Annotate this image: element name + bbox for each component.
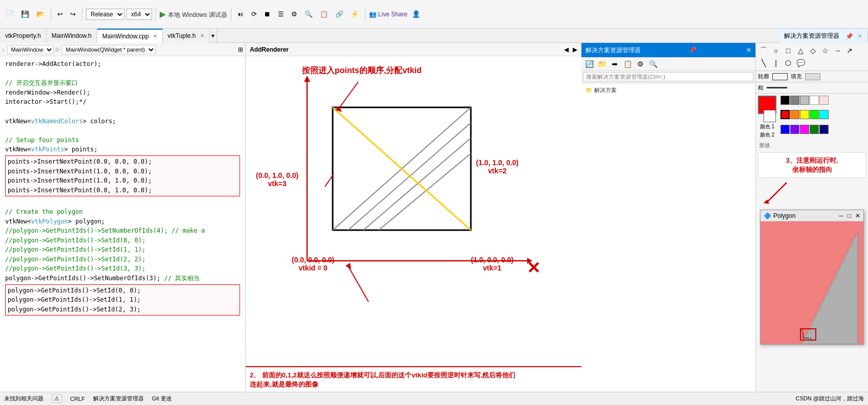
color-swatch-red[interactable] bbox=[780, 110, 790, 119]
nav-btn-left[interactable]: ◀ bbox=[564, 46, 569, 53]
shape-btn-arrow-r[interactable]: → bbox=[832, 45, 843, 56]
open-button[interactable]: 📂 bbox=[34, 9, 47, 19]
tab-close-solution[interactable]: ✕ bbox=[857, 33, 862, 40]
solution-btn-5[interactable]: ⚙ bbox=[635, 58, 646, 70]
shape-btn-line-diag[interactable]: ╲ bbox=[758, 57, 769, 69]
color-swatch-yellow[interactable] bbox=[800, 110, 809, 119]
color-grid bbox=[780, 96, 829, 139]
code-line: points->InsertNextPoint(0.0, 0.0, 0.0); bbox=[8, 157, 237, 167]
solution-btn-6[interactable]: 🔍 bbox=[647, 58, 659, 70]
color-swatch-white[interactable] bbox=[810, 96, 819, 105]
split-editor-btn[interactable]: ⊞ bbox=[238, 46, 243, 53]
run-button[interactable]: ▶ 本地 Windows 调试器 bbox=[160, 9, 227, 19]
code-line: polygon->GetPointIds()->SetId(1, 1); bbox=[8, 295, 237, 305]
color-swatch-lightpink[interactable] bbox=[819, 96, 829, 105]
color-swatch-blue[interactable] bbox=[780, 125, 790, 134]
tab-pin-icon[interactable]: 📌 bbox=[845, 33, 853, 40]
credit-text: CSDN @踏过山河，踏过海 bbox=[796, 395, 864, 402]
shape-btn-curve[interactable]: ⌒ bbox=[758, 45, 769, 56]
toolbar-btn-8[interactable]: 🔗 bbox=[333, 9, 346, 19]
annotation-coord3: (0.0, 0.0, 0.0) vtkid = 0 bbox=[292, 256, 334, 272]
color-swatch-gray[interactable] bbox=[790, 96, 799, 105]
solution-search-input[interactable] bbox=[583, 72, 753, 81]
polygon-maximize-btn[interactable]: □ bbox=[848, 212, 851, 219]
config-select[interactable]: Release bbox=[86, 9, 124, 20]
solution-btn-2[interactable]: 📁 bbox=[596, 58, 607, 70]
sep2 bbox=[82, 7, 82, 21]
solution-pin-btn[interactable]: 📌 bbox=[689, 47, 697, 54]
warning-btn[interactable]: ⚠ bbox=[52, 394, 62, 403]
code-line: //polygon->GetPointIds()->SetId(2, 2); bbox=[5, 255, 240, 264]
solution-btn-4[interactable]: 📋 bbox=[622, 58, 633, 70]
solution-explorer-header: 解决方案资源管理器 📌 ✕ bbox=[581, 43, 755, 57]
bottom-annotation-2: 2、 前面的0,1,2就这么按照顺便递增就可以,后面的这个vtkid要按照逆时针… bbox=[250, 371, 577, 380]
polygon-close-btn[interactable]: ✕ bbox=[855, 212, 860, 219]
solution-tree-item[interactable]: 📁 解决方案 bbox=[583, 85, 753, 95]
tab-mainwindow-cpp[interactable]: MainWindow.cpp ✕ bbox=[97, 29, 163, 43]
color-swatch-darkgreen[interactable] bbox=[810, 125, 819, 134]
annotation-coord1: (0.0, 1.0, 0.0) vtk=3 bbox=[256, 171, 298, 188]
tab-close-button[interactable]: ✕ bbox=[153, 33, 157, 39]
toolbar-btn-7[interactable]: 📋 bbox=[317, 9, 331, 19]
shape-btn-hexagon[interactable]: ⬡ bbox=[783, 57, 794, 69]
toolbar-btn-1[interactable]: ⏯ bbox=[235, 9, 247, 19]
fill-preview bbox=[805, 73, 820, 80]
x-symbol: ✕ bbox=[527, 258, 540, 278]
platform-select[interactable]: x64 bbox=[126, 9, 152, 20]
bottom-annotation-bar: 2、 前面的0,1,2就这么按照顺便递增就可以,后面的这个vtkid要按照逆时针… bbox=[246, 366, 581, 392]
active-color-2[interactable] bbox=[764, 110, 776, 122]
color-swatch-cyan[interactable] bbox=[819, 110, 829, 119]
class-selector[interactable]: MainWindow bbox=[7, 45, 54, 54]
toolbar-btn-9[interactable]: ⚡ bbox=[348, 9, 361, 19]
solution-btn-3[interactable]: ➡ bbox=[609, 58, 620, 70]
code-line: // Create the polygon bbox=[5, 207, 240, 217]
outline-preview bbox=[772, 73, 788, 80]
solution-btn-1[interactable]: 🔃 bbox=[583, 58, 595, 70]
toolbar-btn-3[interactable]: ⏹ bbox=[262, 9, 273, 19]
color-swatch-magenta[interactable] bbox=[800, 125, 809, 134]
shape-btn-diamond[interactable]: ◇ bbox=[807, 45, 818, 56]
shape-btn-line-v[interactable]: | bbox=[770, 57, 782, 69]
tab-overflow-btn[interactable]: ▾ bbox=[210, 29, 217, 43]
solution-close-btn[interactable]: ✕ bbox=[746, 47, 751, 54]
tab-mainwindow-h[interactable]: MainWindow.h bbox=[47, 29, 97, 43]
color-swatch-purple[interactable] bbox=[790, 125, 799, 134]
method-selector[interactable]: MainWindow(QWidget * parent) bbox=[62, 45, 156, 54]
color-swatch-green[interactable] bbox=[810, 110, 819, 119]
tab-label: vtkProperty.h bbox=[5, 32, 41, 39]
vtk3-text: vtk=3 bbox=[256, 179, 298, 188]
save-button[interactable]: 💾 bbox=[18, 9, 32, 19]
shape-btn-triangle[interactable]: △ bbox=[795, 45, 806, 56]
redo-button[interactable]: ↪ bbox=[68, 9, 78, 19]
polygon-minimize-btn[interactable]: ─ bbox=[839, 212, 843, 219]
tab-solution-explorer[interactable]: 解决方案资源管理器 📌 ✕ bbox=[779, 29, 868, 43]
undo-button[interactable]: ↩ bbox=[55, 9, 66, 19]
tab-vtktuple[interactable]: vtkTuple.h ✕ bbox=[163, 29, 210, 43]
note-arrow-area bbox=[756, 180, 868, 206]
liveshare-button[interactable]: 👥 Live Share bbox=[369, 11, 407, 18]
color-swatch-orange[interactable] bbox=[790, 110, 799, 119]
color-swatches-area: 颜色 1 颜色 2 bbox=[756, 94, 868, 141]
shape-btn-rect[interactable]: □ bbox=[783, 45, 794, 56]
toolbar-btn-2[interactable]: ⟳ bbox=[249, 9, 259, 19]
account-button[interactable]: 👤 bbox=[409, 9, 423, 19]
nav-btn-right[interactable]: ▶ bbox=[573, 46, 577, 53]
new-file-button[interactable]: 📄 bbox=[3, 9, 16, 19]
color-swatch-silver[interactable] bbox=[800, 96, 809, 105]
vtkid0-text: vtkid = 0 bbox=[292, 264, 334, 272]
color-swatch-navy[interactable] bbox=[819, 125, 829, 134]
code-editor-body[interactable]: renderer->AddActor(actor); // 开启交互器并显示窗口… bbox=[0, 56, 245, 392]
svg-marker-14 bbox=[345, 263, 351, 269]
toolbar-btn-4[interactable]: ☰ bbox=[275, 9, 287, 19]
tab-close-button-2[interactable]: ✕ bbox=[200, 33, 204, 38]
color-swatch-black[interactable] bbox=[780, 96, 790, 105]
tab-label: vtkTuple.h bbox=[168, 32, 196, 39]
shape-btn-callout[interactable]: 💬 bbox=[795, 57, 806, 69]
shape-btn-arrow-ur[interactable]: ↗ bbox=[844, 45, 855, 56]
tab-vtkproperty[interactable]: vtkProperty.h bbox=[0, 29, 47, 43]
toolbar-btn-6[interactable]: 🔍 bbox=[302, 9, 315, 19]
shape-btn-circle[interactable]: ○ bbox=[770, 45, 782, 56]
shape-btn-star[interactable]: ☆ bbox=[819, 45, 831, 56]
annotation-prefix: 2、 bbox=[250, 371, 260, 379]
toolbar-btn-5[interactable]: ⚙ bbox=[289, 9, 300, 19]
